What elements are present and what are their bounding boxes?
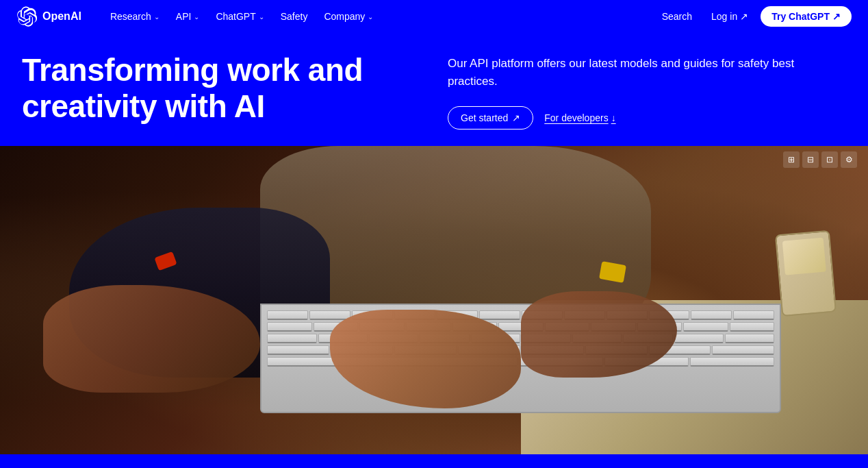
nav-research[interactable]: Research ⌄ [103,7,166,26]
external-link-icon: ↗ [740,11,748,22]
key [267,322,312,332]
key [267,310,308,320]
chevron-down-icon: ⌄ [154,13,159,21]
chevron-down-icon: ⌄ [259,13,264,21]
nav-safety[interactable]: Safety [274,7,315,26]
openai-logo-icon [16,6,37,27]
toolbar-btn-2[interactable]: ⊟ [802,151,819,168]
toolbar-btn-1[interactable]: ⊞ [783,151,800,168]
key [309,310,350,320]
key [733,310,774,320]
get-started-button[interactable]: Get started ↗ [448,106,533,130]
login-button[interactable]: Log in ↗ [704,7,755,26]
hero-headline-area: Transforming work and creativity with AI [22,52,420,125]
toolbar-btn-3[interactable]: ⊡ [821,151,838,168]
for-developers-button[interactable]: For developers ↓ [544,112,615,123]
nav-api[interactable]: API ⌄ [169,7,207,26]
key [690,357,774,367]
hero-right-area: Our API platform offers our latest model… [448,52,846,130]
hero-headline: Transforming work and creativity with AI [22,52,420,125]
key [725,334,774,343]
navigation: OpenAI Research ⌄ API ⌄ ChatGPT ⌄ Safety… [0,0,868,33]
nav-company-label: Company [324,11,365,22]
chevron-down-icon: ⌄ [194,13,199,21]
hero-description: Our API platform offers our latest model… [448,55,846,90]
nav-research-label: Research [110,11,151,22]
key [267,334,316,343]
chevron-down-icon: ⌄ [368,13,373,21]
gear-icon-button[interactable]: ⚙ [841,151,857,168]
external-link-icon: ↗ [832,11,841,22]
get-started-label: Get started [461,112,508,123]
hero-image-section: ⊞ ⊟ ⊡ ⚙ [0,146,868,454]
key [691,310,732,320]
nav-chatgpt[interactable]: ChatGPT ⌄ [209,7,270,26]
search-button[interactable]: Search [655,7,699,26]
nav-safety-label: Safety [281,11,308,22]
phone-screen [782,238,826,275]
logo-text: OpenAI [42,10,81,23]
try-chatgpt-label: Try ChatGPT [771,11,830,22]
hero-buttons: Get started ↗ For developers ↓ [448,106,846,130]
login-label: Log in [711,11,737,22]
hero-background [0,146,868,454]
nav-api-label: API [176,11,192,22]
for-developers-label: For developers [544,112,608,123]
nav-company[interactable]: Company ⌄ [317,7,380,26]
hero-image [0,146,868,454]
key [479,310,520,320]
download-icon: ↓ [611,112,616,123]
hero-section: Transforming work and creativity with AI… [0,33,868,146]
nav-links: Research ⌄ API ⌄ ChatGPT ⌄ Safety Compan… [103,7,655,26]
key [730,322,775,332]
try-chatgpt-button[interactable]: Try ChatGPT ↗ [761,6,852,27]
image-toolbar: ⊞ ⊟ ⊡ ⚙ [783,151,857,168]
phone-device [775,230,837,317]
key [712,345,774,355]
logo[interactable]: OpenAI [16,6,81,27]
external-link-icon: ↗ [512,112,520,123]
key [267,345,329,355]
key [674,334,724,343]
nav-right: Search Log in ↗ Try ChatGPT ↗ [655,6,852,27]
key [683,322,728,332]
nav-chatgpt-label: ChatGPT [216,11,255,22]
